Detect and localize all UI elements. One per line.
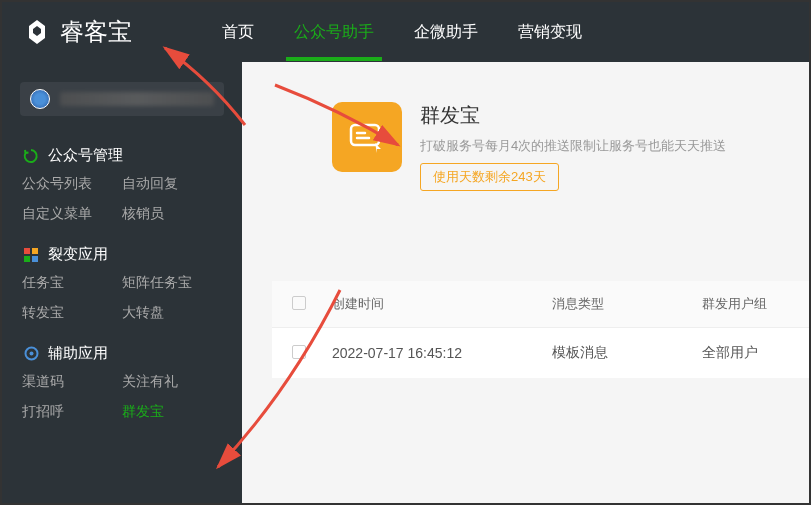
- refresh-icon: [22, 147, 40, 165]
- th-msg-type: 消息类型: [552, 295, 702, 313]
- sidebar-item-task-bao[interactable]: 任务宝: [22, 274, 122, 292]
- sidebar-item-auto-reply[interactable]: 自动回复: [122, 175, 222, 193]
- feature-card: 群发宝 打破服务号每月4次的推送限制让服务号也能天天推送 使用天数剩余243天: [272, 102, 809, 191]
- sidebar-item-wheel[interactable]: 大转盘: [122, 304, 222, 322]
- feature-badge: 使用天数剩余243天: [420, 163, 559, 191]
- menu-header-aux: 辅助应用: [2, 344, 242, 373]
- broadcast-table: 创建时间 消息类型 群发用户组 2022-07-17 16:45:12 模板消息…: [272, 281, 809, 378]
- sidebar-item-forward-bao[interactable]: 转发宝: [22, 304, 122, 322]
- sidebar-item-custom-menu[interactable]: 自定义菜单: [22, 205, 122, 223]
- account-selector[interactable]: [20, 82, 224, 116]
- menu-section-fission: 裂变应用 任务宝 矩阵任务宝 转发宝 大转盘: [2, 245, 242, 322]
- nav-home[interactable]: 首页: [222, 4, 254, 61]
- sidebar-item-account-list[interactable]: 公众号列表: [22, 175, 122, 193]
- td-create-time: 2022-07-17 16:45:12: [332, 345, 552, 361]
- feature-desc: 打破服务号每月4次的推送限制让服务号也能天天推送: [420, 137, 726, 155]
- row-checkbox[interactable]: [292, 345, 306, 359]
- grid-icon: [22, 246, 40, 264]
- select-all-checkbox[interactable]: [292, 296, 306, 310]
- table-row[interactable]: 2022-07-17 16:45:12 模板消息 全部用户: [272, 328, 809, 378]
- td-user-group: 全部用户: [702, 344, 789, 362]
- svg-rect-0: [24, 248, 30, 254]
- svg-rect-1: [32, 248, 38, 254]
- nav-wechat-helper[interactable]: 公众号助手: [294, 4, 374, 61]
- menu-header-account: 公众号管理: [2, 146, 242, 175]
- svg-rect-2: [24, 256, 30, 262]
- sidebar-item-follow-gift[interactable]: 关注有礼: [122, 373, 222, 391]
- account-avatar-icon: [30, 89, 50, 109]
- nav-enterprise-helper[interactable]: 企微助手: [414, 4, 478, 61]
- logo[interactable]: 睿客宝: [22, 16, 132, 48]
- menu-title-fission: 裂变应用: [48, 245, 108, 264]
- table-header: 创建时间 消息类型 群发用户组: [272, 281, 809, 328]
- logo-text: 睿客宝: [60, 16, 132, 48]
- menu-title-aux: 辅助应用: [48, 344, 108, 363]
- menu-section-aux: 辅助应用 渠道码 关注有礼 打招呼 群发宝: [2, 344, 242, 421]
- menu-section-account: 公众号管理 公众号列表 自动回复 自定义菜单 核销员: [2, 146, 242, 223]
- top-nav: 首页 公众号助手 企微助手 营销变现: [222, 4, 582, 61]
- nav-marketing[interactable]: 营销变现: [518, 4, 582, 61]
- sidebar: 公众号管理 公众号列表 自动回复 自定义菜单 核销员 裂变应用: [2, 62, 242, 503]
- th-user-group: 群发用户组: [702, 295, 789, 313]
- sidebar-item-greeting[interactable]: 打招呼: [22, 403, 122, 421]
- main-content: 群发宝 打破服务号每月4次的推送限制让服务号也能天天推送 使用天数剩余243天 …: [242, 62, 809, 503]
- sidebar-item-qunfa-bao[interactable]: 群发宝: [122, 403, 222, 421]
- svg-point-5: [29, 352, 33, 356]
- sidebar-item-channel-code[interactable]: 渠道码: [22, 373, 122, 391]
- logo-icon: [22, 17, 52, 47]
- top-header: 睿客宝 首页 公众号助手 企微助手 营销变现: [2, 2, 809, 62]
- menu-header-fission: 裂变应用: [2, 245, 242, 274]
- feature-title: 群发宝: [420, 102, 726, 129]
- th-create-time: 创建时间: [332, 295, 552, 313]
- svg-rect-6: [351, 125, 379, 145]
- sidebar-item-matrix-task[interactable]: 矩阵任务宝: [122, 274, 222, 292]
- sidebar-item-verifier[interactable]: 核销员: [122, 205, 222, 223]
- broadcast-icon: [332, 102, 402, 172]
- menu-title-account: 公众号管理: [48, 146, 123, 165]
- account-name-blurred: [60, 92, 214, 106]
- svg-rect-3: [32, 256, 38, 262]
- puzzle-icon: [22, 345, 40, 363]
- td-msg-type: 模板消息: [552, 344, 702, 362]
